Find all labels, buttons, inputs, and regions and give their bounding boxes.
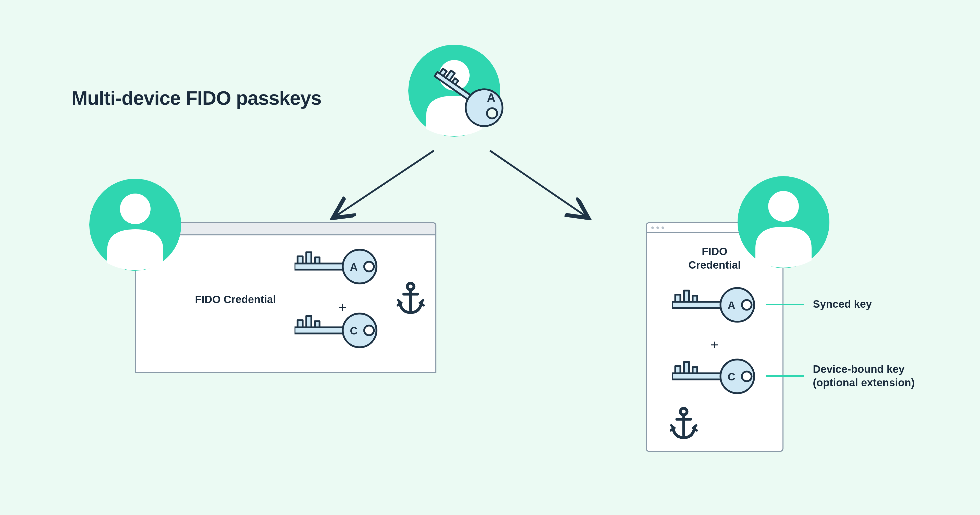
label-line: Credential bbox=[688, 259, 741, 271]
browser-key-a: A bbox=[294, 249, 384, 285]
mobile-key-a: A bbox=[672, 287, 762, 324]
key-letter: A bbox=[728, 299, 735, 311]
browser-credential-label: FIDO Credential bbox=[195, 293, 276, 306]
top-key-letter: A bbox=[487, 91, 495, 104]
window-dot-icon bbox=[656, 226, 659, 229]
key-icon bbox=[294, 250, 376, 284]
arrows-group bbox=[301, 143, 608, 230]
svg-point-12 bbox=[120, 193, 151, 224]
svg-point-7 bbox=[364, 325, 374, 335]
top-user-key-group: A bbox=[403, 42, 536, 149]
label-line: FIDO bbox=[702, 246, 727, 257]
arrow-right-icon bbox=[490, 151, 587, 217]
label-line: Device-bound key bbox=[813, 363, 904, 375]
key-letter: C bbox=[350, 325, 358, 337]
label-line: (optional extension) bbox=[813, 376, 915, 389]
key-icon bbox=[294, 314, 376, 347]
legend-connector-icon bbox=[765, 304, 804, 305]
arrow-left-icon bbox=[334, 151, 434, 217]
svg-point-16 bbox=[742, 372, 752, 381]
key-letter: C bbox=[728, 371, 735, 383]
legend-device-bound-label: Device-bound key (optional extension) bbox=[813, 363, 915, 389]
window-dot-icon bbox=[662, 226, 664, 229]
anchor-icon bbox=[396, 282, 425, 316]
window-dot-icon bbox=[651, 226, 654, 229]
svg-point-5 bbox=[364, 262, 374, 271]
key-icon bbox=[672, 288, 754, 322]
legend-connector-icon bbox=[765, 375, 804, 377]
diagram-title: Multi-device FIDO passkeys bbox=[72, 87, 321, 109]
legend-synced-label: Synced key bbox=[813, 297, 872, 311]
browser-user-avatar bbox=[87, 176, 184, 274]
anchor-icon bbox=[670, 407, 698, 441]
plus-symbol: + bbox=[711, 337, 719, 352]
browser-key-c: C bbox=[294, 313, 384, 349]
mobile-user-avatar bbox=[735, 174, 832, 272]
key-icon bbox=[672, 359, 754, 393]
svg-point-21 bbox=[768, 191, 799, 222]
mobile-key-c: C bbox=[672, 359, 762, 395]
svg-point-14 bbox=[742, 300, 752, 310]
key-letter: A bbox=[350, 261, 358, 273]
